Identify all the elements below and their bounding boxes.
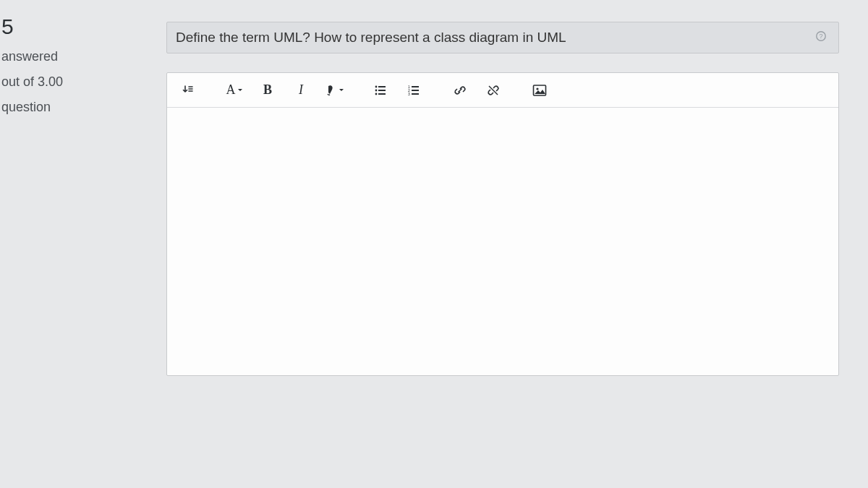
svg-point-3 bbox=[375, 89, 378, 91]
unordered-list-button[interactable] bbox=[365, 78, 396, 103]
help-icon[interactable]: ? bbox=[812, 30, 830, 45]
question-prompt-text: Define the term UML? How to represent a … bbox=[176, 30, 812, 46]
answer-textarea[interactable] bbox=[167, 108, 838, 368]
svg-rect-12 bbox=[412, 90, 419, 91]
insert-image-button[interactable] bbox=[524, 78, 555, 103]
svg-text:?: ? bbox=[819, 33, 822, 40]
quiz-page: 5 answered out of 3.00 question Define t… bbox=[0, 0, 868, 488]
toggle-toolbar-button[interactable] bbox=[173, 78, 203, 103]
svg-point-2 bbox=[375, 85, 378, 87]
svg-rect-5 bbox=[378, 86, 386, 87]
question-sidebar: 5 answered out of 3.00 question bbox=[0, 0, 87, 488]
editor-toolbar: A B I bbox=[167, 73, 838, 108]
caret-down-icon bbox=[237, 87, 243, 93]
font-style-dropdown[interactable]: A bbox=[219, 78, 250, 103]
question-marks: out of 3.00 bbox=[0, 74, 82, 90]
svg-rect-7 bbox=[378, 93, 386, 95]
question-number: 5 bbox=[0, 14, 82, 39]
flag-question-link[interactable]: question bbox=[0, 100, 82, 115]
svg-rect-11 bbox=[412, 86, 419, 87]
rich-text-editor: A B I bbox=[166, 72, 839, 376]
link-button[interactable] bbox=[445, 78, 475, 103]
text-color-dropdown[interactable] bbox=[319, 78, 349, 103]
question-main: Define the term UML? How to represent a … bbox=[87, 0, 868, 488]
svg-rect-13 bbox=[412, 93, 419, 95]
svg-text:3: 3 bbox=[408, 92, 410, 96]
svg-rect-6 bbox=[378, 90, 386, 91]
svg-point-17 bbox=[536, 87, 538, 90]
svg-point-4 bbox=[375, 93, 378, 95]
ordered-list-button[interactable]: 1 2 3 bbox=[399, 78, 429, 103]
svg-line-14 bbox=[459, 88, 462, 92]
bold-button[interactable]: B bbox=[252, 78, 283, 103]
caret-down-icon bbox=[339, 87, 344, 93]
question-prompt-row: Define the term UML? How to represent a … bbox=[166, 22, 839, 53]
unlink-button[interactable] bbox=[478, 78, 509, 103]
question-status: answered bbox=[0, 49, 82, 64]
italic-button[interactable]: I bbox=[286, 78, 316, 103]
font-style-label: A bbox=[226, 82, 236, 98]
